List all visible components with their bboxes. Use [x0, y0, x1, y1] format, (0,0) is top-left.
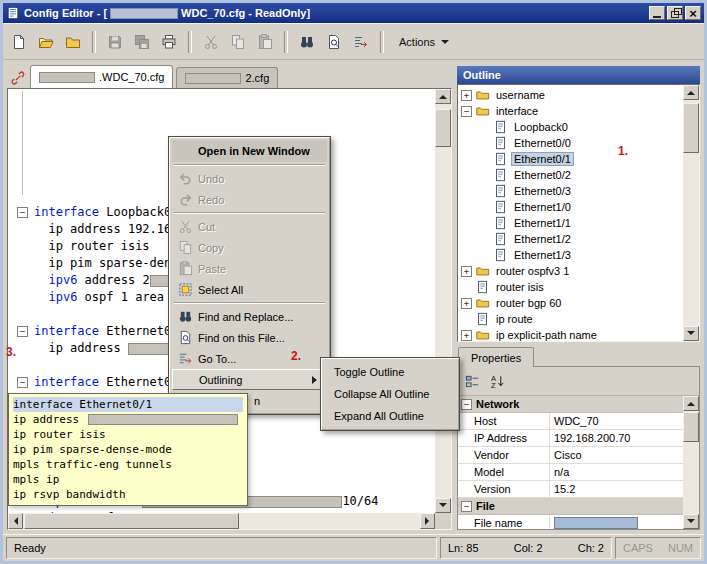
- submenu-item-expand-all-outline[interactable]: Expand All Outline: [324, 405, 456, 427]
- scrollbar-button[interactable]: [435, 498, 451, 513]
- tab-wdc-70-cfg[interactable]: .WDC_70.cfg: [30, 65, 173, 88]
- outline-item-router-bgp-60[interactable]: +router bgp 60: [458, 295, 683, 311]
- editor-horizontal-scrollbar[interactable]: [8, 513, 435, 529]
- menu-item-select-all[interactable]: Select All: [172, 279, 327, 300]
- tab-properties[interactable]: Properties: [458, 347, 534, 367]
- open-folder-button[interactable]: [34, 30, 58, 54]
- goto-icon: [353, 34, 369, 50]
- outline-item-ethernet1-1[interactable]: Ethernet1/1: [458, 215, 683, 231]
- az-sort-button[interactable]: AZ: [486, 372, 508, 391]
- categorized-button[interactable]: [461, 372, 483, 391]
- title-bar[interactable]: Config Editor - [WDC_70.cfg - ReadOnly]: [3, 3, 704, 23]
- menu-item-open-in-new-window[interactable]: Open in New Window: [172, 140, 327, 162]
- folder-button[interactable]: [61, 30, 85, 54]
- outline-item-ethernet1-2[interactable]: Ethernet1/2: [458, 231, 683, 247]
- expander-minus-icon[interactable]: −: [461, 106, 472, 117]
- minimize-button[interactable]: [649, 6, 665, 20]
- outlining-submenu: Toggle OutlineCollapse All OutlineExpand…: [320, 357, 460, 431]
- property-category-file[interactable]: −File: [458, 498, 683, 515]
- scrollbar-button[interactable]: [8, 513, 23, 529]
- outline-item-router-isis[interactable]: router isis: [458, 279, 683, 295]
- expander-plus-icon[interactable]: +: [461, 90, 472, 101]
- submenu-item-collapse-all-outline[interactable]: Collapse All Outline: [324, 383, 456, 405]
- scrollbar-button[interactable]: [420, 513, 435, 529]
- menu-item-cut[interactable]: Cut: [172, 216, 327, 237]
- expander-plus-icon[interactable]: +: [461, 298, 472, 309]
- editor-vertical-scrollbar[interactable]: [435, 89, 451, 513]
- menu-item-outlining[interactable]: Outlining: [172, 369, 327, 390]
- actions-button[interactable]: Actions: [391, 30, 457, 54]
- menu-item-find-on-this-file[interactable]: Find on this File...: [172, 327, 327, 348]
- menu-item-undo[interactable]: Undo: [172, 168, 327, 189]
- outline-item-ip-route[interactable]: ip route: [458, 311, 683, 327]
- menu-item-redo[interactable]: Redo: [172, 189, 327, 210]
- scrollbar-button[interactable]: [435, 89, 451, 104]
- value-text: n/a: [554, 466, 569, 478]
- save-all-button[interactable]: [130, 30, 154, 54]
- property-category-network[interactable]: −Network: [458, 396, 683, 413]
- restore-button[interactable]: [667, 6, 683, 20]
- outline-item-ethernet0-2[interactable]: Ethernet0/2: [458, 167, 683, 183]
- fold-collapse-icon[interactable]: −: [17, 326, 28, 337]
- outline-item-username[interactable]: +username: [458, 87, 683, 103]
- outline-item-ethernet1-3[interactable]: Ethernet1/3: [458, 247, 683, 263]
- expander-plus-icon[interactable]: +: [461, 330, 472, 341]
- paste-button[interactable]: [253, 30, 277, 54]
- save-button[interactable]: [103, 30, 127, 54]
- outline-item-ethernet0-0[interactable]: Ethernet0/0: [458, 135, 683, 151]
- goto-button[interactable]: [349, 30, 373, 54]
- outline-item-interface[interactable]: −interface: [458, 103, 683, 119]
- scrollbar-button[interactable]: [683, 396, 699, 411]
- print-button[interactable]: [157, 30, 181, 54]
- find-file-icon: [172, 330, 198, 345]
- arrow-icon: [439, 503, 447, 511]
- menu-item-copy[interactable]: Copy: [172, 237, 327, 258]
- menu-item-label: Outlining: [199, 374, 242, 386]
- property-value-version[interactable]: 15.2: [550, 481, 683, 497]
- new-file-button[interactable]: [7, 30, 31, 54]
- outline-vertical-scrollbar[interactable]: [683, 85, 699, 341]
- tree-doc-icon: [493, 136, 508, 150]
- property-value-ip-address[interactable]: 192.168.200.70: [550, 430, 683, 446]
- outline-item-ethernet0-3[interactable]: Ethernet0/3: [458, 183, 683, 199]
- scrollbar-thumb[interactable]: [435, 109, 451, 147]
- scrollbar-thumb[interactable]: [24, 513, 239, 529]
- tree-indent: [461, 314, 472, 325]
- property-value-host[interactable]: WDC_70: [550, 413, 683, 429]
- scrollbar-button[interactable]: [683, 85, 699, 100]
- close-icon: [689, 4, 697, 22]
- tooltip-text: ip rsvp bandwidth: [13, 487, 126, 502]
- outline-item-ethernet0-1[interactable]: Ethernet0/1: [458, 151, 683, 167]
- scrollbar-thumb[interactable]: [683, 412, 699, 442]
- fold-collapse-icon[interactable]: −: [17, 207, 28, 218]
- toolbar-separator: [188, 31, 192, 53]
- scrollbar-button[interactable]: [683, 514, 699, 529]
- outline-item-router-ospfv3-1[interactable]: +router ospfv3 1: [458, 263, 683, 279]
- tab-nav-button[interactable]: [9, 69, 27, 87]
- menu-item-find-and-replace[interactable]: Find and Replace...: [172, 306, 327, 327]
- menu-item-paste[interactable]: Paste: [172, 258, 327, 279]
- expander-plus-icon[interactable]: +: [461, 266, 472, 277]
- outline-item-ip-explicit-path-name[interactable]: +ip explicit-path name: [458, 327, 683, 341]
- outline-item-ethernet1-0[interactable]: Ethernet1/0: [458, 199, 683, 215]
- copy-icon: [172, 240, 198, 255]
- app-icon: [6, 6, 20, 20]
- find-replace-button[interactable]: [295, 30, 319, 54]
- property-value-model[interactable]: n/a: [550, 464, 683, 480]
- properties-tab-label: Properties: [471, 352, 521, 364]
- submenu-item-toggle-outline[interactable]: Toggle Outline: [324, 361, 456, 383]
- copy-button[interactable]: [226, 30, 250, 54]
- property-value-vendor[interactable]: Cisco: [550, 447, 683, 463]
- properties-vertical-scrollbar[interactable]: [683, 396, 699, 529]
- scrollbar-thumb[interactable]: [683, 103, 699, 153]
- outline-item-loopback0[interactable]: Loopback0: [458, 119, 683, 135]
- scrollbar-button[interactable]: [683, 326, 699, 341]
- close-button[interactable]: [685, 6, 701, 20]
- property-value-file-name[interactable]: [550, 515, 683, 529]
- menu-item-go-to[interactable]: Go To...: [172, 348, 327, 369]
- fold-collapse-icon[interactable]: −: [17, 377, 28, 388]
- cut-button[interactable]: [199, 30, 223, 54]
- find-file-button[interactable]: [322, 30, 346, 54]
- outline-item-label: Ethernet0/2: [511, 168, 574, 182]
- tab-2-cfg[interactable]: 2.cfg: [176, 67, 278, 88]
